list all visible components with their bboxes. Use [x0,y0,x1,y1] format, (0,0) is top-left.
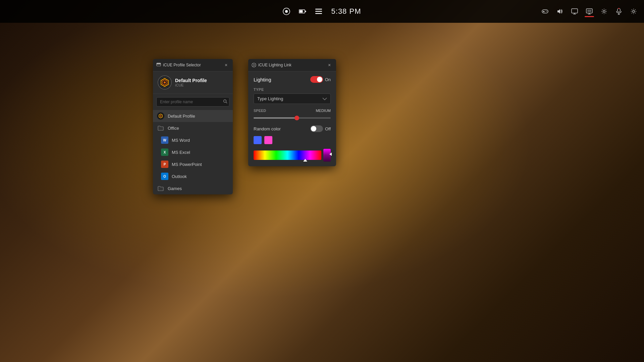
search-icon[interactable] [223,99,227,105]
list-item-games[interactable]: Games [153,182,233,194]
titlebar-left: iCUE Profile Selector [156,63,201,67]
msword-label: MS Word [172,138,190,143]
random-color-row: Random color Off [254,125,331,132]
svg-line-34 [226,102,227,104]
mic-sys-icon[interactable] [612,5,625,18]
svg-rect-7 [315,13,322,14]
msexcel-icon: X [161,148,168,156]
speed-value: MEDIUM [316,109,331,113]
profile-app-label: iCUE [175,83,207,87]
svg-point-32 [164,81,166,83]
lighting-toggle-switch: On [310,76,331,83]
lighting-link-window: iCUE Lighting Link × Lighting On TYPE Ty… [248,59,336,166]
svg-point-37 [252,63,256,67]
taskbar-time: 5:38 PM [331,7,361,16]
display-sys-icon[interactable] [568,5,581,18]
battery-icon [297,5,309,17]
svg-point-12 [547,11,547,12]
speed-section: SPEED MEDIUM [254,109,331,121]
svg-point-26 [633,10,635,12]
random-color-label: Random color [254,126,281,131]
lighting-label: Lighting [254,77,271,82]
volume-sys-icon[interactable] [553,5,566,18]
list-item-office[interactable]: Office [153,122,233,134]
outlook-icon: O [161,173,168,180]
monitor-active-sys-icon[interactable] [583,5,596,18]
chevron-down-icon [322,97,327,101]
list-item-default-profile[interactable]: Default Profile [153,110,233,122]
office-label: Office [168,126,179,131]
games-folder-icon [157,185,164,192]
list-item-msword[interactable]: W MS Word [153,134,233,146]
speed-slider-track [254,117,331,119]
color-picker-row [254,149,331,162]
svg-marker-13 [557,9,560,14]
default-profile-label: Default Profile [168,114,195,119]
list-item-msexcel[interactable]: X MS Excel [153,146,233,158]
lighting-toggle[interactable] [310,76,323,83]
type-value: Type Lighting [257,96,283,101]
type-label: TYPE [254,87,331,92]
random-color-toggle-switch: Off [310,125,331,132]
color-vertical-bar[interactable] [323,149,331,162]
icue-logo [159,77,170,88]
msword-icon: W [161,136,168,144]
profile-selector-titlebar: iCUE Profile Selector × [153,59,233,71]
menu-icon[interactable] [313,5,325,17]
svg-point-11 [546,11,546,11]
svg-point-33 [224,100,226,103]
taskbar-center: 5:38 PM [280,5,364,17]
type-dropdown[interactable]: Type Lighting [254,94,331,104]
lighting-link-titlebar: iCUE Lighting Link × [248,59,336,71]
gradient-thumb[interactable] [303,159,307,162]
svg-point-21 [603,10,605,12]
svg-rect-3 [299,10,303,13]
controller-sys-icon[interactable] [539,5,551,18]
taskbar: 5:38 PM [0,0,644,23]
svg-rect-10 [543,11,545,12]
msexcel-label: MS Excel [172,150,190,155]
svg-point-1 [285,10,288,13]
lighting-link-title: iCUE Lighting Link [258,63,291,67]
profile-selector-window: iCUE Profile Selector × Default Profile … [153,59,233,194]
type-section: TYPE Type Lighting [254,87,331,104]
random-color-off-label: Off [325,126,331,131]
speed-slider-fill [254,117,298,119]
speed-slider-thumb[interactable] [294,116,299,120]
msppt-icon: P [161,161,168,168]
profile-avatar [158,75,172,89]
settings-sys-icon[interactable] [598,5,610,18]
svg-rect-18 [587,10,591,12]
lighting-toggle-row: Lighting On [254,76,331,83]
default-profile-name: Default Profile [175,78,207,83]
lighting-titlebar-left: iCUE Lighting Link [252,63,291,67]
xbox-button[interactable] [280,5,292,17]
search-box [156,97,229,107]
svg-rect-5 [315,9,322,10]
window-icon [156,63,161,67]
profile-list: Default Profile Office W MS Word X MS Ex… [153,110,233,194]
color-swatch-blue[interactable] [254,136,262,144]
list-item-msppt[interactable]: P MS PowerPoint [153,158,233,170]
office-folder-icon [157,124,164,132]
speed-slider-container [254,115,331,121]
random-color-toggle[interactable] [310,125,323,132]
color-swatch-pink[interactable] [264,136,272,144]
color-gradient-bar[interactable] [254,150,321,160]
svg-rect-28 [157,63,161,64]
speed-label: SPEED [254,109,266,113]
gear-sys-icon[interactable] [627,5,640,18]
profile-selector-title: iCUE Profile Selector [163,63,201,67]
lighting-link-close[interactable]: × [326,62,333,68]
list-item-outlook[interactable]: O Outlook [153,170,233,182]
search-input[interactable] [156,97,229,107]
lighting-on-label: On [325,77,331,82]
outlook-label: Outlook [172,174,187,179]
speed-label-row: SPEED MEDIUM [254,109,331,113]
default-profile-icon [157,112,164,120]
profile-info: Default Profile iCUE [175,78,207,87]
lighting-window-icon [252,63,256,67]
profile-selector-close[interactable]: × [223,62,229,68]
msppt-label: MS PowerPoint [172,162,202,167]
vertical-thumb[interactable] [329,153,332,156]
